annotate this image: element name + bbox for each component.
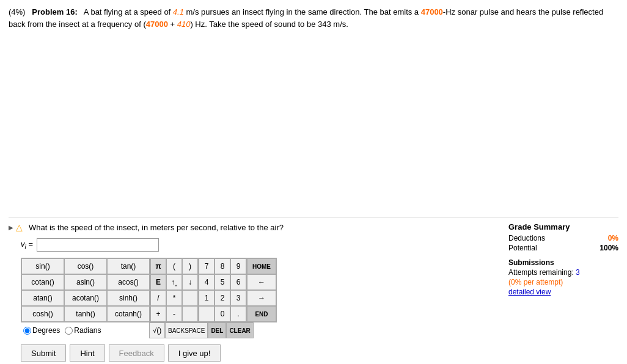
answer-row: vi = bbox=[21, 238, 499, 252]
per-attempt-label: (0% per attempt) bbox=[508, 278, 563, 286]
submissions-title: Submissions bbox=[508, 258, 618, 267]
open-paren-button[interactable]: ( bbox=[166, 258, 182, 274]
backspace-button[interactable]: BACKSPACE bbox=[165, 322, 208, 338]
detailed-view-text[interactable]: detailed view bbox=[508, 288, 551, 296]
attempts-value: 3 bbox=[576, 268, 580, 277]
num6-button[interactable]: 6 bbox=[230, 274, 246, 290]
calc-nav: HOME ← → END bbox=[246, 258, 277, 322]
sqrt-button[interactable]: √() bbox=[149, 322, 165, 338]
num8-button[interactable]: 8 bbox=[215, 258, 230, 274]
question-text: What is the speed of the insect, in mete… bbox=[29, 223, 284, 232]
warning-icons: ▶ △ bbox=[9, 222, 25, 232]
num4-button[interactable]: 4 bbox=[199, 274, 215, 290]
grade-title: Grade Summary bbox=[508, 222, 618, 231]
del-button[interactable]: DEL bbox=[208, 322, 226, 338]
num5-button[interactable]: 5 bbox=[215, 274, 230, 290]
feedback-button[interactable]: Feedback bbox=[109, 344, 164, 362]
multiply-button[interactable]: * bbox=[166, 290, 182, 306]
up-button[interactable]: ↑‸ bbox=[166, 274, 182, 290]
right-arrow-button[interactable]: → bbox=[247, 290, 276, 306]
num1-button[interactable]: 1 bbox=[199, 290, 215, 306]
sqrt-backspace-group: √() BACKSPACE DEL CLEAR bbox=[149, 322, 254, 338]
tanh-button[interactable]: tanh() bbox=[64, 306, 107, 322]
deductions-value: 0% bbox=[608, 234, 618, 242]
grade-summary: Grade Summary Deductions 0% Potential 10… bbox=[508, 222, 618, 362]
calc-numpad: 7 8 9 4 5 6 1 2 3 0 . bbox=[198, 258, 247, 322]
problem-delta: 410 bbox=[177, 20, 191, 29]
answer-label: vi = bbox=[21, 239, 33, 250]
problem-speed: 4.1 bbox=[173, 7, 184, 16]
divide-button[interactable]: / bbox=[150, 290, 166, 306]
hint-button[interactable]: Hint bbox=[70, 344, 105, 362]
num7-button[interactable]: 7 bbox=[199, 258, 215, 274]
submit-button[interactable]: Submit bbox=[21, 344, 66, 362]
home-button[interactable]: HOME bbox=[247, 258, 276, 274]
radians-radio[interactable] bbox=[65, 327, 73, 335]
per-attempt-row: (0% per attempt) bbox=[508, 278, 618, 286]
calc-middle-grid: π ( ) E ↑‸ ↓ / * + - bbox=[150, 258, 199, 322]
answer-input[interactable] bbox=[37, 238, 159, 252]
calc-grid: sin() cos() tan() cotan() asin() acos() … bbox=[21, 258, 499, 322]
problem-desc-end: ) Hz. Take the speed of sound to be 343 … bbox=[190, 20, 348, 29]
sin-button[interactable]: sin() bbox=[21, 258, 64, 274]
attempts-row: Attempts remaining: 3 bbox=[508, 268, 618, 277]
attempts-label: Attempts remaining: bbox=[508, 268, 574, 277]
left-arrow-button[interactable]: ← bbox=[247, 274, 276, 290]
pi-button[interactable]: π bbox=[150, 258, 166, 274]
blank2-button bbox=[182, 306, 198, 322]
cosh-button[interactable]: cosh() bbox=[21, 306, 64, 322]
potential-row: Potential 100% bbox=[508, 244, 618, 252]
down-button[interactable]: ↓ bbox=[182, 274, 198, 290]
num9-button[interactable]: 9 bbox=[230, 258, 246, 274]
action-buttons: Submit Hint Feedback I give up! bbox=[21, 344, 499, 362]
warning-icon: △ bbox=[16, 222, 23, 232]
problem-percent: (4%) bbox=[9, 7, 25, 16]
close-paren-button[interactable]: ) bbox=[182, 258, 198, 274]
question-row: ▶ △ What is the speed of the insect, in … bbox=[9, 222, 499, 232]
left-section: ▶ △ What is the speed of the insect, in … bbox=[9, 222, 499, 362]
clear-button[interactable]: CLEAR bbox=[226, 322, 253, 338]
plus-button[interactable]: + bbox=[150, 306, 166, 322]
num0-button[interactable]: 0 bbox=[215, 306, 230, 322]
problem-desc-pre: A bat flying at a speed of bbox=[84, 7, 173, 16]
cotan-button[interactable]: cotan() bbox=[21, 274, 64, 290]
num2-button[interactable]: 2 bbox=[215, 290, 230, 306]
calc-trig-grid: sin() cos() tan() cotan() asin() acos() … bbox=[21, 258, 150, 322]
sinh-button[interactable]: sinh() bbox=[107, 290, 150, 306]
asin-button[interactable]: asin() bbox=[64, 274, 107, 290]
potential-label: Potential bbox=[508, 244, 537, 252]
radio-group: Degrees Radians bbox=[21, 326, 149, 335]
cotanh-button[interactable]: cotanh() bbox=[107, 306, 150, 322]
degrees-radio[interactable] bbox=[23, 327, 31, 335]
detailed-view-link[interactable]: detailed view bbox=[508, 288, 618, 296]
potential-value: 100% bbox=[600, 244, 618, 252]
problem-label: Problem 16: bbox=[32, 7, 77, 16]
decimal-button[interactable]: . bbox=[230, 306, 246, 322]
problem-plus: + bbox=[168, 20, 177, 29]
end-button[interactable]: END bbox=[247, 306, 276, 322]
deductions-row: Deductions 0% bbox=[508, 234, 618, 242]
problem-freq2: 47000 bbox=[146, 20, 168, 29]
calculator: sin() cos() tan() cotan() asin() acos() … bbox=[21, 258, 499, 338]
giveup-button[interactable]: I give up! bbox=[168, 344, 221, 362]
bottom-section: ▶ △ What is the speed of the insect, in … bbox=[9, 217, 618, 362]
E-button[interactable]: E bbox=[150, 274, 166, 290]
problem-desc-mid: m/s pursues an insect flying in the same… bbox=[184, 7, 421, 16]
atan-button[interactable]: atan() bbox=[21, 290, 64, 306]
blank-area bbox=[9, 35, 618, 217]
deductions-label: Deductions bbox=[508, 234, 545, 242]
blank1-button bbox=[182, 290, 198, 306]
calc-bottom-row: Degrees Radians √() BACKSPACE DEL CLEAR bbox=[21, 322, 499, 338]
minus-button[interactable]: - bbox=[166, 306, 182, 322]
cos-button[interactable]: cos() bbox=[64, 258, 107, 274]
problem-freq: 47000 bbox=[421, 7, 443, 16]
num-blank-button bbox=[199, 306, 215, 322]
radians-label[interactable]: Radians bbox=[74, 326, 101, 335]
acotan-button[interactable]: acotan() bbox=[64, 290, 107, 306]
degrees-label[interactable]: Degrees bbox=[32, 326, 60, 335]
tan-button[interactable]: tan() bbox=[107, 258, 150, 274]
play-icon: ▶ bbox=[9, 224, 13, 231]
acos-button[interactable]: acos() bbox=[107, 274, 150, 290]
problem-statement: (4%) Problem 16: A bat flying at a speed… bbox=[9, 6, 618, 30]
num3-button[interactable]: 3 bbox=[230, 290, 246, 306]
